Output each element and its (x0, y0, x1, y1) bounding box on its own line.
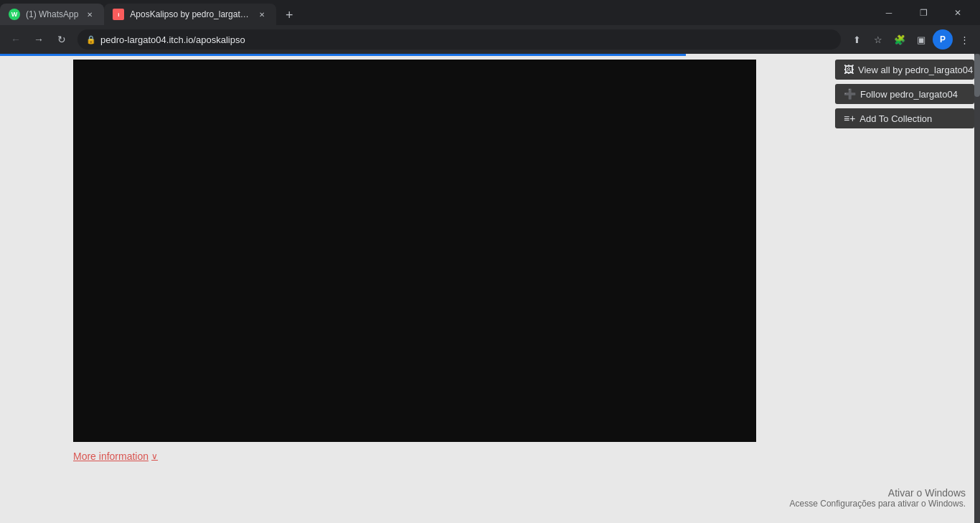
addressbar: ← → ↻ 🔒 pedro-largato04.itch.io/aposkali… (0, 25, 980, 54)
more-info-chevron-icon: ∨ (151, 451, 158, 461)
forward-button[interactable]: → (29, 29, 49, 50)
more-info-row: More information ∨ (73, 442, 756, 462)
follow-icon: ➕ (844, 88, 856, 100)
back-button[interactable]: ← (6, 29, 26, 50)
reload-button[interactable]: ↻ (52, 29, 72, 50)
url-bar[interactable]: 🔒 pedro-largato04.itch.io/aposkalipso (77, 29, 841, 50)
page-inner: More information ∨ 🖼 View all by pedro_l… (0, 54, 980, 462)
menu-button[interactable]: ⋮ (954, 29, 974, 50)
main-area: More information ∨ (0, 54, 829, 462)
url-actions: ⬆ ☆ 🧩 ▣ P ⋮ (847, 29, 974, 50)
game-frame[interactable] (73, 60, 756, 442)
tab-whatsapp-close[interactable]: ✕ (84, 9, 95, 20)
view-all-icon: 🖼 (844, 64, 854, 75)
profile-button[interactable]: P (933, 29, 953, 50)
window-controls: ─ ❐ ✕ (872, 0, 980, 25)
tabs-area: W (1) WhatsApp ✕ i AposKalipso by pedro_… (0, 0, 872, 25)
tab-whatsapp-label: (1) WhatsApp (26, 9, 78, 19)
tab-whatsapp[interactable]: W (1) WhatsApp ✕ (0, 4, 104, 25)
bookmark-button[interactable]: ☆ (868, 29, 888, 50)
add-collection-icon: ≡+ (844, 113, 855, 124)
minimize-button[interactable]: ─ (872, 0, 905, 25)
lock-icon: 🔒 (86, 35, 96, 44)
scrollbar-thumb[interactable] (974, 54, 980, 97)
maximize-button[interactable]: ❐ (907, 0, 940, 25)
view-all-label: View all by pedro_largato04 (858, 65, 973, 75)
new-tab-button[interactable]: + (279, 5, 299, 25)
itch-favicon-icon: i (113, 9, 124, 20)
add-collection-label: Add To Collection (859, 113, 932, 124)
titlebar: W (1) WhatsApp ✕ i AposKalipso by pedro_… (0, 0, 980, 25)
watermark-line2: Acesse Configurações para ativar o Windo… (790, 499, 966, 509)
side-panel: 🖼 View all by pedro_largato04 ➕ Follow p… (829, 54, 980, 462)
sidebar-button[interactable]: ▣ (911, 29, 931, 50)
tab-itch[interactable]: i AposKalipso by pedro_largato04 ✕ (104, 4, 276, 25)
windows-watermark: Ativar o Windows Acesse Configurações pa… (790, 487, 966, 509)
share-button[interactable]: ⬆ (847, 29, 867, 50)
more-info-link[interactable]: More information ∨ (73, 451, 158, 462)
more-info-label: More information (73, 451, 149, 462)
whatsapp-favicon-icon: W (9, 9, 20, 20)
tab-itch-close[interactable]: ✕ (256, 9, 268, 20)
page-content: More information ∨ 🖼 View all by pedro_l… (0, 54, 980, 523)
tab-itch-label: AposKalipso by pedro_largato04 (130, 9, 250, 19)
scrollbar-track[interactable] (974, 54, 980, 523)
url-text: pedro-largato04.itch.io/aposkalipso (100, 34, 832, 45)
follow-label: Follow pedro_largato04 (860, 89, 958, 100)
close-button[interactable]: ✕ (941, 0, 974, 25)
follow-button[interactable]: ➕ Follow pedro_largato04 (835, 84, 974, 104)
view-all-button[interactable]: 🖼 View all by pedro_largato04 (835, 60, 974, 80)
watermark-line1: Ativar o Windows (790, 487, 966, 499)
extension-puzzle-button[interactable]: 🧩 (890, 29, 910, 50)
add-collection-button[interactable]: ≡+ Add To Collection (835, 108, 974, 128)
